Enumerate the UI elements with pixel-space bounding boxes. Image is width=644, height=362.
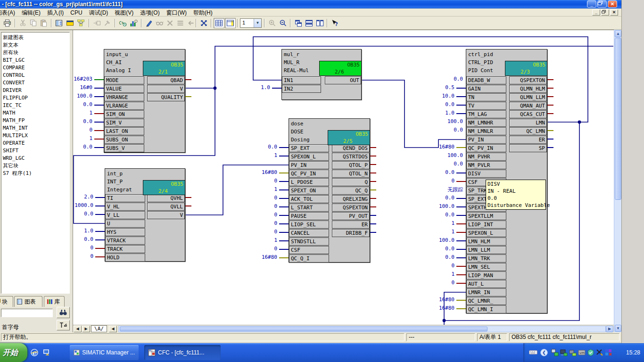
pin-dose-PAUSE[interactable]: PAUSE <box>289 212 329 220</box>
pin-int_p-TI[interactable]: TI <box>105 194 145 202</box>
pin-ctrl_pid-SPEXTLLM[interactable]: SPEXTLLM <box>466 212 506 220</box>
pin-value-int_p-HOLD[interactable]: 0 <box>73 253 93 259</box>
minimize-button[interactable]: _ <box>587 0 596 8</box>
cancel-wire-button[interactable] <box>165 18 175 28</box>
pin-value-int_p-HYS[interactable]: 1.0 <box>73 228 93 234</box>
pin-value-input_u-VHRANGE[interactable]: 100.0 <box>73 93 92 99</box>
goto-block-button[interactable] <box>91 18 102 28</box>
catalog-item-14[interactable]: OPERATE <box>3 140 69 147</box>
block-badge-dose[interactable]: OB352/5 <box>328 130 370 145</box>
search-input[interactable] <box>1 309 53 317</box>
list-button[interactable] <box>175 18 186 28</box>
pin-value-int_p-TRACK[interactable]: 0 <box>73 245 93 251</box>
pin-value-input_u-VALUE[interactable]: 16#0 <box>73 84 92 90</box>
pin-input_u-VHRANGE[interactable]: VHRANGE <box>104 93 144 101</box>
pin-dose-ER[interactable]: ER <box>332 221 370 229</box>
child-restore-button[interactable] <box>601 9 609 16</box>
chart-view-button[interactable] <box>54 18 65 28</box>
child-close-button[interactable]: ✕ <box>610 9 618 16</box>
pin-dose-Q[interactable]: Q <box>332 178 370 186</box>
dropdown-arrow-icon[interactable]: ▼ <box>254 19 261 27</box>
tile-horizontal-button[interactable] <box>304 18 314 28</box>
pin-value-dose-LIOP_SEL[interactable]: 0 <box>238 220 277 226</box>
pin-value-input_u-SUBS_ON[interactable]: 1 <box>73 135 92 141</box>
pin-value-input_u-SUBS_V[interactable]: 0.0 <box>73 144 92 150</box>
run-sequence-button[interactable]: C% <box>117 18 128 28</box>
pin-value-ctrl_pid-SP_TRK[interactable]: 无跟踪 <box>423 186 463 193</box>
sheet-prev-button[interactable]: ◀ <box>74 326 82 332</box>
hscroll-thumb[interactable] <box>120 327 487 331</box>
pin-dose-QC_Q_I[interactable]: QC_Q_I <box>289 255 329 263</box>
catalog-item-5[interactable]: CONTROL <box>3 72 69 79</box>
catalog-tab-0[interactable]: 块 <box>0 296 13 307</box>
pin-value-ctrl_pid-TM_LAG[interactable]: 1.0 <box>415 110 454 116</box>
catalog-item-3[interactable]: BIT_LGC <box>3 57 69 64</box>
pin-ctrl_pid-TV[interactable]: TV <box>466 102 506 110</box>
pin-ctrl_pid-ER[interactable]: ER <box>509 136 547 144</box>
menu-item-2[interactable]: 插入(I) <box>44 8 67 16</box>
pin-dose-QEND_DOS[interactable]: QEND_DOS <box>332 144 370 152</box>
pin-value-ctrl_pid-QC_LMNR_[interactable]: 16#80 <box>415 296 454 303</box>
quicklaunch-ie-icon[interactable]: e <box>29 347 40 358</box>
pin-value-ctrl_pid-SP_EXT[interactable]: 0.0 <box>415 195 454 201</box>
menu-item-1[interactable]: 编辑(E) <box>18 8 44 16</box>
wire-2[interactable] <box>215 46 613 88</box>
catalog-item-18[interactable]: S7 程序(1) <box>3 170 69 177</box>
restore-button[interactable] <box>597 0 607 8</box>
pin-int_p-U[interactable]: U <box>105 220 145 228</box>
zoom-out-button[interactable] <box>278 18 289 28</box>
pin-value-ctrl_pid-NM_LMNLR[interactable]: 0.0 <box>423 127 463 133</box>
tray-collapse-chevron[interactable]: ❮ <box>540 349 548 356</box>
pin-int_p-HYS[interactable]: HYS <box>105 228 145 236</box>
zoom-in-button[interactable] <box>267 18 278 28</box>
fit-range-button[interactable] <box>198 18 209 28</box>
sheet-tab[interactable]: \A/ <box>91 325 107 332</box>
pin-value-ctrl_pid-QC_PV_IN[interactable]: 16#80 <box>415 144 454 150</box>
tray-icon-app[interactable] <box>605 349 612 356</box>
pin-int_p-VTRACK[interactable]: VTRACK <box>105 237 145 245</box>
pin-ctrl_pid-TN[interactable]: TN <box>466 93 506 101</box>
pin-input_u-SIM_V[interactable]: SIM_V <box>104 119 144 127</box>
tray-icon-tool[interactable] <box>596 349 603 356</box>
pin-dose-LIOP_SEL[interactable]: LIOP_SEL <box>289 221 329 229</box>
pin-ctrl_pid-AUT_L[interactable]: AUT_L <box>466 280 506 288</box>
pin-ctrl_pid-QLMN_LLM[interactable]: QLMN_LLM <box>509 93 547 101</box>
pin-value-dose-CANCEL[interactable]: 0 <box>238 229 277 235</box>
pin-ctrl_pid-QSPEXTON[interactable]: QSPEXTON <box>509 76 547 84</box>
pin-value-ctrl_pid-TN[interactable]: 10.0 <box>415 93 454 99</box>
edit-pen-button[interactable] <box>144 18 155 28</box>
catalog-item-7[interactable]: DRIVER <box>3 87 69 94</box>
pin-dose-QTOL_N[interactable]: QTOL_N <box>332 170 370 178</box>
task-button-1[interactable]: CFC - [cfc_fc111... <box>144 345 221 360</box>
catalog-item-12[interactable]: MATH_INT <box>3 124 69 132</box>
pin-ctrl_pid-LIOP_MAN[interactable]: LIOP_MAN <box>466 272 506 280</box>
print-button[interactable] <box>2 18 13 28</box>
pin-mul_r-IN2[interactable]: IN2 <box>282 85 321 93</box>
menu-item-0[interactable]: 图表(A) <box>0 8 18 16</box>
grid-view-button[interactable] <box>214 18 224 28</box>
block-badge-input_u[interactable]: OB352/1 <box>143 61 185 76</box>
pin-value-ctrl_pid-NM_PVHR[interactable]: 100.0 <box>423 152 463 158</box>
pin-ctrl_pid-LMNR_IN[interactable]: LMNR_IN <box>466 288 506 296</box>
sheet-first-button[interactable]: ◀ <box>109 326 117 332</box>
block-int_p[interactable]: int_pINT_PIntegratOB352/4TIV_HLV_LLUHYSV… <box>105 168 185 262</box>
pin-ctrl_pid-SPEXON_L[interactable]: SPEXON_L <box>466 229 506 237</box>
sheet-next-button[interactable]: ▶ <box>82 326 90 332</box>
block-dose[interactable]: doseDOSEDosingOB352/5SP_EXTSPEXON_LPV_IN… <box>289 118 370 263</box>
catalog-item-15[interactable]: SHIFT <box>3 147 69 155</box>
catalog-item-0[interactable]: 新建图表 <box>3 34 69 41</box>
block-badge-ctrl_pid[interactable]: OB352/3 <box>505 61 547 76</box>
pin-value-ctrl_pid-DISV[interactable]: 0.0 <box>415 169 454 175</box>
catalog-item-6[interactable]: CONVERT <box>3 79 69 87</box>
pin-ctrl_pid-LIOP_INT[interactable]: LIOP_INT <box>466 221 506 229</box>
pin-ctrl_pid-NM_PVLR[interactable]: NM_PVLR <box>466 161 506 169</box>
tray-icon-network1[interactable] <box>551 349 559 356</box>
catalog-item-10[interactable]: MATH <box>3 109 69 117</box>
menu-item-6[interactable]: 选项(O) <box>137 8 163 16</box>
pin-int_p-HOLD[interactable]: HOLD <box>105 254 145 262</box>
hierarchy-button[interactable] <box>75 18 86 28</box>
pin-dose-QC_PV_IN[interactable]: QC_PV_IN <box>289 170 329 178</box>
pin-ctrl_pid-QCAS_CUT[interactable]: QCAS_CUT <box>509 110 547 118</box>
pin-input_u-SUBS_V[interactable]: SUBS_V <box>104 144 144 152</box>
pin-dose-QSPEXTON[interactable]: QSPEXTON <box>332 204 370 212</box>
